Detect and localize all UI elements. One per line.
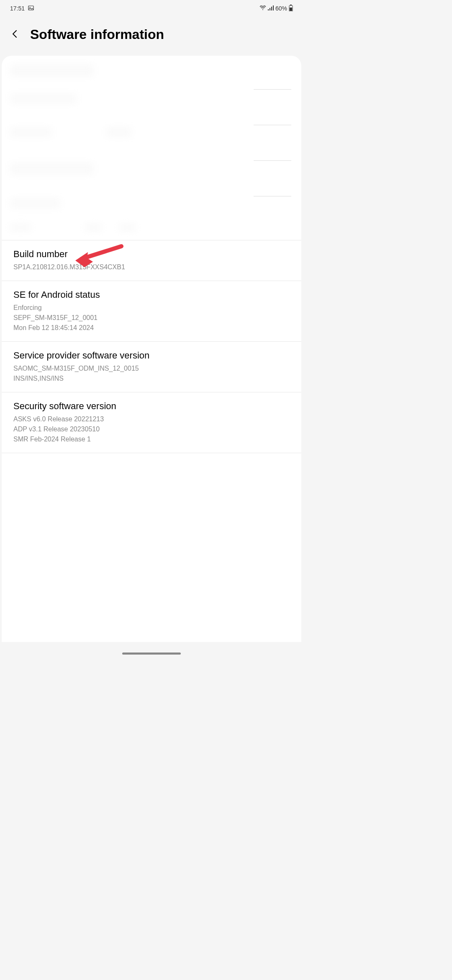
status-bar: 17:51 60%: [0, 0, 303, 17]
svg-rect-5: [271, 7, 272, 10]
svg-point-2: [262, 9, 263, 10]
gallery-icon: [28, 5, 34, 12]
status-left: 17:51: [10, 5, 34, 12]
list-item-se-android[interactable]: SE for Android status Enforcing SEPF_SM-…: [2, 281, 301, 341]
header: Software information: [0, 17, 303, 56]
content-card: Build number SP1A.210812.016.M315FXXS4CX…: [2, 56, 301, 642]
signal-icon: [268, 5, 274, 12]
wifi-icon: [259, 5, 266, 12]
svg-rect-3: [268, 9, 269, 10]
page-title: Software information: [30, 27, 164, 42]
battery-percent: 60%: [275, 5, 287, 12]
security-software-value: ASKS v6.0 Release 20221213 ADP v3.1 Rele…: [13, 414, 290, 444]
list-item-build-number[interactable]: Build number SP1A.210812.016.M315FXXS4CX…: [2, 240, 301, 281]
arrow-annotation: [75, 243, 126, 270]
status-time: 17:51: [10, 5, 25, 12]
list-item-security-software[interactable]: Security software version ASKS v6.0 Rele…: [2, 392, 301, 453]
battery-icon: [289, 5, 293, 13]
build-number-value: SP1A.210812.016.M315FXXS4CXB1: [13, 262, 290, 272]
svg-rect-9: [290, 8, 292, 11]
list-item-service-provider[interactable]: Service provider software version SAOMC_…: [2, 341, 301, 392]
se-android-title: SE for Android status: [13, 289, 290, 300]
status-right: 60%: [259, 5, 293, 13]
back-icon[interactable]: [10, 29, 20, 41]
se-android-value: Enforcing SEPF_SM-M315F_12_0001 Mon Feb …: [13, 303, 290, 333]
blurred-redacted-section: [2, 56, 301, 240]
service-provider-value: SAOMC_SM-M315F_ODM_INS_12_0015 INS/INS,I…: [13, 364, 290, 384]
build-number-title: Build number: [13, 249, 290, 260]
service-provider-title: Service provider software version: [13, 350, 290, 361]
security-software-title: Security software version: [13, 401, 290, 412]
svg-rect-6: [273, 5, 274, 10]
home-indicator[interactable]: [122, 652, 181, 655]
svg-point-1: [30, 7, 31, 8]
svg-rect-4: [270, 8, 270, 10]
svg-rect-0: [28, 6, 33, 10]
